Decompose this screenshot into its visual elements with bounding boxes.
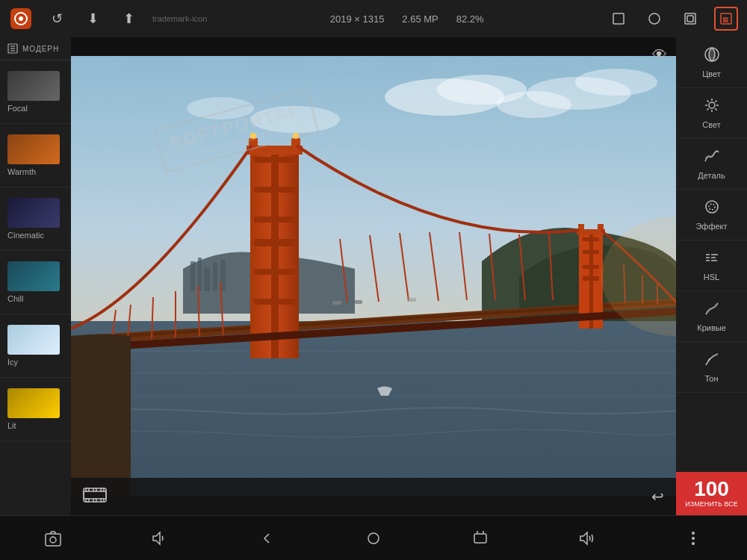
panel-hsl[interactable]: HSL (676, 240, 747, 291)
svg-rect-26 (71, 321, 676, 497)
svg-rect-21 (190, 261, 195, 291)
svg-point-19 (250, 106, 340, 133)
badge-value: 100 (679, 478, 744, 501)
panel-color[interactable]: Цвет (676, 37, 747, 88)
preset-icy[interactable]: Icy (0, 314, 71, 378)
filmstrip-icon[interactable] (83, 488, 107, 506)
preset-warmth[interactable]: Warmth (0, 124, 71, 187)
svg-point-4 (649, 13, 660, 24)
layers-icon[interactable] (678, 7, 702, 31)
svg-rect-105 (474, 534, 486, 543)
svg-line-89 (715, 101, 716, 102)
effect-icon (704, 199, 720, 219)
svg-marker-103 (153, 532, 160, 544)
color-icon (704, 46, 720, 66)
histogram-icon[interactable]: ▦ (714, 7, 738, 31)
volume-up-icon[interactable] (572, 523, 602, 553)
back-nav-icon[interactable] (252, 523, 282, 553)
circle-tool-icon[interactable] (642, 7, 666, 31)
hsl-label: HSL (704, 273, 719, 281)
preset-focal[interactable]: Focal (0, 60, 71, 124)
right-panel: Цвет Свет Деталь (676, 37, 747, 515)
download-icon[interactable]: ⬇ (81, 7, 105, 31)
panel-effect[interactable]: Эффект (676, 190, 747, 240)
svg-rect-101 (46, 534, 61, 546)
svg-rect-24 (213, 263, 217, 291)
svg-point-102 (50, 537, 56, 543)
svg-point-104 (368, 533, 379, 544)
panel-curves[interactable]: Кривые (676, 291, 747, 342)
svg-point-20 (187, 97, 254, 119)
svg-line-88 (715, 108, 716, 110)
svg-line-100 (708, 358, 710, 361)
svg-point-42 (293, 133, 299, 139)
panel-tone[interactable]: Тон (676, 342, 747, 393)
main-area: 👁 (71, 37, 676, 515)
image-toolbar: ↩ (71, 478, 676, 515)
svg-rect-78 (86, 499, 89, 502)
svg-rect-6 (687, 16, 693, 22)
back-to-edit-icon[interactable]: ↩ (651, 488, 664, 505)
history-icon[interactable]: ↺ (45, 7, 69, 31)
svg-rect-76 (93, 488, 96, 491)
share-icon[interactable]: ⬆ (117, 7, 140, 31)
tone-icon (704, 351, 720, 371)
svg-rect-77 (101, 488, 104, 491)
svg-rect-69 (332, 301, 341, 305)
svg-point-2 (19, 16, 23, 21)
preset-list: Focal Warmth Cinematic Chill Icy Lit (0, 60, 71, 515)
top-bar-center: 2019 × 1315 2.65 MP 82.2% (330, 13, 484, 25)
svg-text:▦: ▦ (722, 16, 729, 23)
preset-header-label: МОДЕРН (22, 45, 59, 53)
more-options-icon[interactable] (678, 523, 708, 553)
svg-rect-50 (578, 224, 584, 231)
preset-lit[interactable]: Lit (0, 378, 71, 441)
camera-bottom-icon[interactable] (38, 523, 68, 553)
svg-point-92 (709, 204, 715, 210)
hsl-icon (704, 249, 720, 270)
effect-label: Эффект (695, 222, 727, 231)
light-label: Свет (702, 120, 720, 129)
svg-line-87 (707, 101, 708, 102)
light-icon (704, 97, 720, 117)
recent-apps-icon[interactable] (465, 523, 495, 553)
image-megapixels: 2.65 MP (402, 13, 438, 25)
color-label: Цвет (702, 69, 721, 78)
svg-rect-3 (613, 13, 624, 24)
svg-rect-74 (84, 491, 106, 499)
detail-icon (704, 148, 720, 168)
crop-icon[interactable] (607, 7, 630, 31)
svg-rect-5 (685, 13, 695, 24)
panel-detail[interactable]: Деталь (676, 139, 747, 190)
svg-point-111 (692, 542, 695, 545)
panel-light[interactable]: Свет (676, 88, 747, 139)
curves-icon (704, 300, 720, 320)
svg-point-110 (692, 537, 695, 540)
svg-rect-71 (407, 298, 416, 302)
svg-marker-108 (580, 532, 587, 544)
top-bar-left: ↺ ⬇ ⬆ trademark-icon (9, 7, 207, 31)
svg-point-18 (575, 69, 657, 96)
svg-line-90 (707, 108, 708, 110)
bridge-scene (71, 56, 676, 497)
change-all-badge[interactable]: 100 ИЗМЕНИТЬ ВСЕ (676, 393, 747, 515)
trademark-label: trademark-icon (152, 14, 207, 23)
svg-point-91 (706, 201, 718, 213)
preview-toggle-icon[interactable]: 👁 (652, 46, 667, 63)
image-zoom: 82.2% (456, 13, 484, 25)
top-bar: ↺ ⬇ ⬆ trademark-icon 2019 × 1315 2.65 MP… (0, 0, 747, 37)
preset-cinematic[interactable]: Cinematic (0, 187, 71, 251)
badge-label: ИЗМЕНИТЬ ВСЕ (679, 500, 744, 515)
app-icon[interactable] (9, 7, 33, 31)
svg-rect-80 (101, 499, 104, 502)
svg-line-99 (706, 302, 718, 314)
svg-rect-70 (355, 300, 362, 304)
svg-point-109 (692, 532, 695, 535)
svg-rect-37 (271, 149, 279, 358)
preset-chill[interactable]: Chill (0, 251, 71, 314)
svg-rect-75 (86, 488, 89, 491)
volume-down-icon[interactable] (145, 523, 175, 553)
home-icon[interactable] (359, 523, 388, 553)
left-panel: МОДЕРН Focal Warmth Cinematic Chill Icy … (0, 37, 71, 515)
bottom-bar (0, 515, 747, 560)
